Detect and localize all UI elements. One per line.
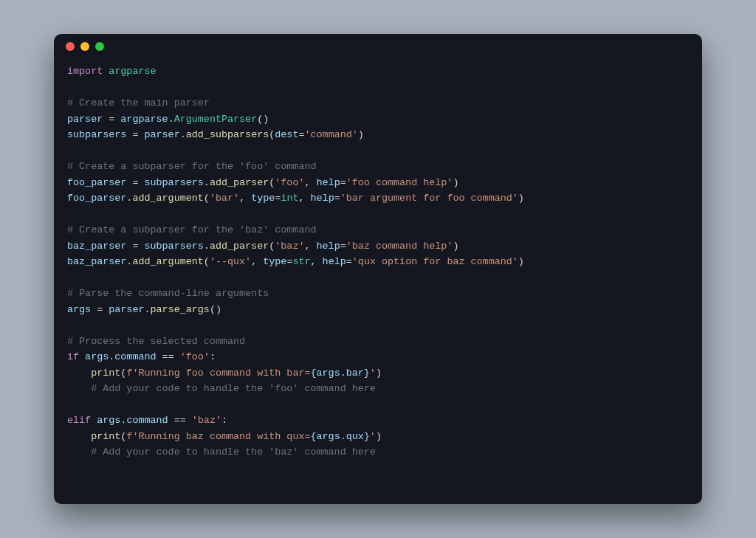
code-token: subparsers: [144, 241, 203, 252]
minimize-icon[interactable]: [80, 42, 89, 51]
code-token: [67, 431, 91, 442]
code-token: :: [221, 415, 227, 426]
code-token: ,: [298, 193, 310, 204]
code-token: # Process the selected command: [67, 336, 245, 347]
code-token: .: [144, 304, 150, 315]
code-token: int: [281, 193, 298, 204]
close-icon[interactable]: [66, 42, 75, 51]
code-token: parser: [144, 129, 179, 140]
code-token: =: [346, 256, 352, 267]
code-token: add_argument: [132, 193, 203, 204]
code-token: argparse: [120, 114, 168, 125]
code-token: ,: [311, 256, 323, 267]
code-token: ': [370, 431, 376, 442]
code-token: parser: [109, 304, 144, 315]
code-token: ): [376, 431, 382, 442]
code-token: 'baz': [192, 415, 221, 426]
code-token: '--qux': [210, 256, 251, 267]
code-token: type: [263, 256, 286, 267]
code-token: (): [257, 114, 269, 125]
code-token: .: [204, 241, 210, 252]
code-token: command: [126, 415, 168, 426]
code-token: if: [67, 351, 85, 362]
code-token: import: [67, 66, 109, 77]
code-token: ): [453, 241, 458, 252]
code-token: ): [518, 256, 524, 267]
code-token: parser: [67, 114, 103, 125]
code-token: {args.bar}: [311, 368, 370, 379]
code-token: 'foo': [275, 177, 304, 188]
code-token: .: [204, 177, 210, 188]
code-token: print: [91, 368, 120, 379]
code-token: # Create a subparser for the 'baz' comma…: [67, 224, 317, 235]
code-token: argparse: [109, 66, 156, 77]
code-token: ==: [168, 415, 192, 426]
code-line: args = parser.parse_args(): [67, 302, 689, 318]
code-line: [67, 270, 689, 286]
code-token: =: [103, 114, 120, 125]
code-token: ): [518, 193, 524, 204]
code-token: [67, 368, 91, 379]
code-token: add_parser: [210, 241, 269, 252]
code-token: ): [376, 368, 382, 379]
code-token: =: [126, 177, 144, 188]
code-line: # Add your code to handle the 'foo' comm…: [67, 381, 689, 397]
code-line: # Create a subparser for the 'baz' comma…: [67, 222, 689, 238]
code-token: help: [317, 241, 340, 252]
code-token: # Create a subparser for the 'foo' comma…: [67, 161, 317, 172]
code-token: type: [251, 193, 275, 204]
code-token: (: [204, 256, 210, 267]
code-line: import argparse: [67, 63, 689, 80]
code-token: .: [168, 114, 174, 125]
code-token: =: [340, 177, 346, 188]
code-line: foo_parser = subparsers.add_parser('foo'…: [67, 175, 689, 191]
code-token: ArgumentParser: [174, 114, 258, 125]
code-line: print(f'Running foo command with bar={ar…: [67, 365, 689, 382]
editor-window: import argparse # Create the main parser…: [54, 34, 702, 504]
code-token: =: [340, 241, 346, 252]
code-token: args: [85, 351, 109, 362]
code-token: add_argument: [132, 256, 203, 267]
code-token: :: [210, 351, 216, 362]
code-line: print(f'Running baz command with qux={ar…: [67, 429, 689, 445]
code-token: 'bar': [210, 193, 239, 204]
code-token: (: [204, 193, 210, 204]
code-token: =: [91, 304, 109, 315]
code-token: # Add your code to handle the 'foo' comm…: [91, 383, 376, 394]
code-token: f'Running foo command with bar=: [126, 368, 310, 379]
code-token: 'command': [304, 129, 357, 140]
code-token: args: [67, 304, 91, 315]
code-token: help: [323, 256, 346, 267]
code-token: add_subparsers: [186, 129, 269, 140]
code-token: args: [97, 415, 120, 426]
code-line: [67, 207, 689, 223]
code-line: [67, 397, 689, 413]
code-token: str: [292, 256, 310, 267]
code-token: 'baz command help': [346, 241, 453, 252]
code-token: ): [453, 177, 458, 188]
code-line: # Parse the command-line arguments: [67, 286, 689, 302]
code-token: ,: [251, 256, 263, 267]
zoom-icon[interactable]: [95, 42, 104, 51]
code-token: 'baz': [275, 241, 304, 252]
code-token: add_parser: [210, 177, 269, 188]
code-token: ,: [304, 241, 316, 252]
code-line: if args.command == 'foo':: [67, 349, 689, 365]
code-token: 'qux option for baz command': [352, 256, 518, 267]
code-token: foo_parser: [67, 177, 126, 188]
code-line: # Process the selected command: [67, 334, 689, 350]
code-line: parser = argparse.ArgumentParser(): [67, 111, 689, 128]
code-token: baz_parser: [67, 241, 126, 252]
code-line: [67, 143, 689, 159]
code-token: dest: [275, 129, 298, 140]
code-token: 'foo command help': [346, 177, 453, 188]
code-line: # Create a subparser for the 'foo' comma…: [67, 159, 689, 175]
code-line: foo_parser.add_argument('bar', type=int,…: [67, 190, 689, 207]
code-token: baz_parser: [67, 256, 126, 267]
code-token: help: [311, 193, 334, 204]
code-line: elif args.command == 'baz':: [67, 413, 689, 429]
code-token: foo_parser: [67, 193, 126, 204]
code-token: .: [180, 129, 186, 140]
code-area[interactable]: import argparse # Create the main parser…: [54, 59, 702, 504]
code-token: ,: [239, 193, 251, 204]
